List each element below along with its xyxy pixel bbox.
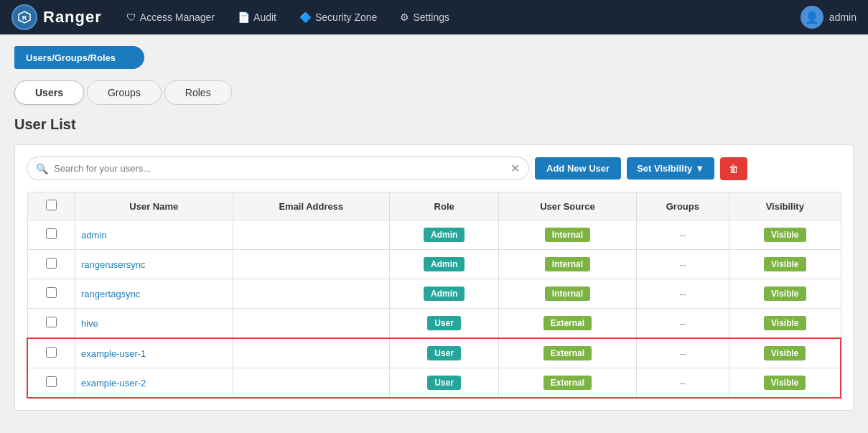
page-title: User List — [14, 116, 854, 133]
row-groups: -- — [636, 220, 729, 250]
svg-text:R: R — [22, 14, 27, 22]
table-row: hive User External -- Visible — [27, 309, 841, 339]
chevron-down-icon: ▼ — [695, 163, 704, 174]
visibility-badge: Visible — [764, 346, 806, 360]
row-checkbox-cell — [27, 220, 75, 250]
table-row: rangerusersync Admin Internal -- Visible — [27, 250, 841, 279]
add-new-user-button[interactable]: Add New User — [535, 157, 621, 180]
users-table: User Name Email Address Role User Source… — [27, 192, 841, 399]
row-role: Admin — [390, 279, 499, 309]
row-source: External — [499, 368, 636, 399]
visibility-badge: Visible — [764, 376, 806, 390]
nav-security-zone[interactable]: 🔷 Security Zone — [289, 7, 387, 27]
col-source: User Source — [499, 192, 636, 220]
tabs: Users Groups Roles — [14, 80, 854, 105]
row-checkbox-cell — [27, 279, 75, 309]
table-row: example-user-2 User External -- Visible — [27, 368, 841, 399]
col-username: User Name — [75, 192, 233, 220]
row-visibility: Visible — [729, 220, 841, 250]
search-input[interactable] — [54, 163, 510, 174]
row-source: Internal — [499, 220, 636, 250]
row-checkbox[interactable] — [46, 258, 57, 269]
row-role: User — [390, 338, 499, 368]
source-badge: External — [543, 376, 592, 390]
main-content: Users/Groups/Roles Users Groups Roles Us… — [0, 34, 868, 422]
row-role: User — [390, 309, 499, 339]
toolbar: 🔍 ✕ Add New User Set Visibility ▼ 🗑 — [27, 157, 841, 180]
table-row: example-user-1 User External -- Visible — [27, 338, 841, 368]
table-row: admin Admin Internal -- Visible — [27, 220, 841, 250]
admin-avatar: 👤 — [801, 6, 823, 29]
row-checkbox-cell — [27, 338, 75, 368]
row-email — [233, 279, 390, 309]
row-visibility: Visible — [729, 338, 841, 368]
nav-audit[interactable]: 📄 Audit — [228, 7, 286, 27]
source-badge: Internal — [545, 228, 590, 242]
row-source: Internal — [499, 250, 636, 279]
row-email — [233, 309, 390, 339]
brand[interactable]: R Ranger — [11, 4, 102, 30]
delete-button[interactable]: 🗑 — [720, 157, 747, 180]
row-username[interactable]: example-user-1 — [75, 338, 233, 368]
row-checkbox[interactable] — [46, 287, 57, 298]
search-icon: 🔍 — [36, 163, 48, 174]
row-role: Admin — [390, 250, 499, 279]
role-badge: Admin — [424, 257, 465, 271]
col-email: Email Address — [233, 192, 390, 220]
select-all-checkbox[interactable] — [46, 200, 57, 210]
row-groups: -- — [636, 338, 729, 368]
row-username[interactable]: admin — [75, 220, 233, 250]
row-source: Internal — [499, 279, 636, 309]
row-source: External — [499, 338, 636, 368]
col-role: Role — [390, 192, 499, 220]
visibility-badge: Visible — [764, 316, 806, 330]
row-groups: -- — [636, 309, 729, 339]
role-badge: Admin — [424, 287, 465, 301]
tab-roles[interactable]: Roles — [164, 80, 232, 105]
col-checkbox — [27, 192, 75, 220]
row-visibility: Visible — [729, 279, 841, 309]
row-groups: -- — [636, 279, 729, 309]
breadcrumb[interactable]: Users/Groups/Roles — [14, 46, 144, 69]
row-groups: -- — [636, 250, 729, 279]
table-card: 🔍 ✕ Add New User Set Visibility ▼ 🗑 Use — [14, 144, 854, 411]
doc-icon: 📄 — [238, 11, 250, 23]
navbar-right: 👤 admin — [801, 6, 857, 29]
search-clear-icon[interactable]: ✕ — [510, 162, 520, 175]
source-badge: External — [543, 346, 592, 360]
row-email — [233, 338, 390, 368]
shield-icon: 🛡 — [126, 11, 136, 23]
row-checkbox[interactable] — [46, 347, 57, 358]
role-badge: Admin — [424, 228, 465, 242]
row-checkbox[interactable] — [46, 317, 57, 327]
row-visibility: Visible — [729, 309, 841, 339]
brand-logo: R — [11, 4, 37, 30]
set-visibility-button[interactable]: Set Visibility ▼ — [627, 157, 714, 180]
visibility-badge: Visible — [764, 228, 806, 242]
row-visibility: Visible — [729, 250, 841, 279]
col-groups: Groups — [636, 192, 729, 220]
row-username[interactable]: example-user-2 — [75, 368, 233, 399]
row-checkbox[interactable] — [46, 228, 57, 239]
role-badge: User — [427, 316, 461, 330]
row-groups: -- — [636, 368, 729, 399]
row-username[interactable]: rangerusersync — [75, 250, 233, 279]
nav-settings[interactable]: ⚙ Settings — [390, 7, 459, 27]
role-badge: User — [427, 376, 461, 390]
row-email — [233, 220, 390, 250]
row-role: User — [390, 368, 499, 399]
row-username[interactable]: rangertagsync — [75, 279, 233, 309]
nav-access-manager[interactable]: 🛡 Access Manager — [116, 7, 225, 27]
tab-users[interactable]: Users — [14, 80, 84, 105]
row-checkbox-cell — [27, 250, 75, 279]
source-badge: External — [543, 316, 592, 330]
row-checkbox[interactable] — [46, 376, 57, 387]
visibility-badge: Visible — [764, 257, 806, 271]
row-email — [233, 250, 390, 279]
row-username[interactable]: hive — [75, 309, 233, 339]
col-visibility: Visibility — [729, 192, 841, 220]
table-header-row: User Name Email Address Role User Source… — [27, 192, 841, 220]
tab-groups[interactable]: Groups — [87, 80, 162, 105]
navbar: R Ranger 🛡 Access Manager 📄 Audit 🔷 Secu… — [0, 0, 868, 34]
row-role: Admin — [390, 220, 499, 250]
